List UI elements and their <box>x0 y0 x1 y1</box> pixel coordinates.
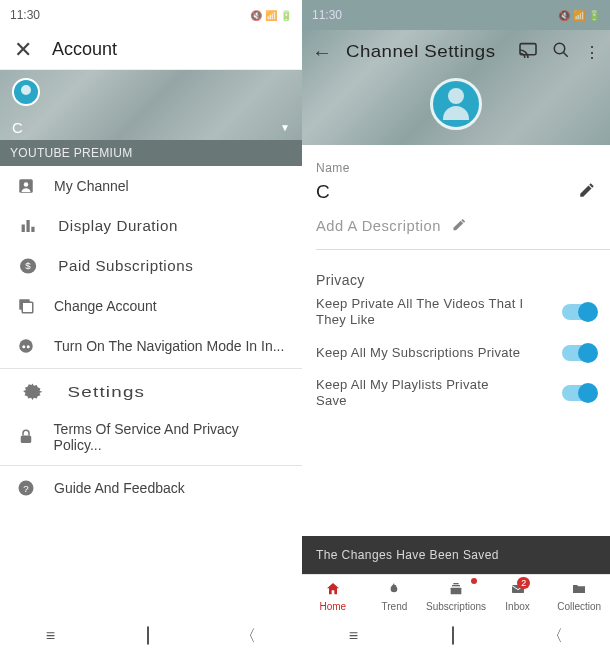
nav-label: Home <box>319 601 346 612</box>
chevron-down-icon: ▼ <box>280 122 290 133</box>
menu-incognito[interactable]: Turn On The Navigation Mode In In... <box>0 326 302 366</box>
nav-collection[interactable]: Collection <box>548 575 610 618</box>
switch-on-icon[interactable] <box>562 304 596 320</box>
avatar[interactable] <box>12 78 40 106</box>
account-header: ✕ Account <box>0 30 302 70</box>
menu-label: Terms Of Service And Privacy Policy... <box>54 421 286 453</box>
lock-icon <box>16 427 36 447</box>
topbar-actions: ⋮ <box>518 41 600 63</box>
status-bar: 11:30 🔇 📶 🔋 <box>0 0 302 30</box>
pencil-icon[interactable] <box>578 181 596 203</box>
menu-change-account[interactable]: Change Account <box>0 286 302 326</box>
switch-on-icon[interactable] <box>562 345 596 361</box>
page-title: Account <box>52 39 117 60</box>
menu-terms[interactable]: Terms Of Service And Privacy Policy... <box>0 411 302 463</box>
menu-label: Change Account <box>54 298 157 314</box>
person-box-icon <box>16 176 36 196</box>
divider <box>0 368 302 369</box>
nav-label: Trend <box>382 601 408 612</box>
menu-label: Guide And Feedback <box>54 480 185 496</box>
count-badge: 2 <box>517 577 530 589</box>
dollar-circle-icon: $ <box>17 256 39 276</box>
name-value: C <box>316 181 330 203</box>
svg-point-9 <box>19 339 33 353</box>
nav-label: Inbox <box>505 601 529 612</box>
recents-button[interactable]: ≡ <box>36 623 65 649</box>
menu-label: My Channel <box>54 178 129 194</box>
android-nav-bar: ≡ 〈 <box>0 618 302 654</box>
switch-on-icon[interactable] <box>562 385 596 401</box>
nav-label: Collection <box>557 601 601 612</box>
status-bar: 11:30 🔇 📶 🔋 <box>302 0 610 30</box>
toggle-playlists-private[interactable]: Keep All My Playlists Private Save <box>316 369 596 418</box>
svg-point-1 <box>24 182 29 187</box>
nav-subscriptions[interactable]: Subscriptions <box>425 575 487 618</box>
status-time: 11:30 <box>312 8 342 22</box>
description-field[interactable]: Add A Description <box>316 209 610 250</box>
back-arrow-icon[interactable]: ← <box>312 41 332 64</box>
pencil-icon[interactable] <box>451 217 467 235</box>
account-menu: My Channel Display Duration $ Paid Subsc… <box>0 166 302 618</box>
menu-paid-subscriptions[interactable]: $ Paid Subscriptions <box>0 246 326 286</box>
menu-label: Paid Subscriptions <box>58 258 193 274</box>
more-icon[interactable]: ⋮ <box>584 43 600 62</box>
channel-settings-screen: 11:30 🔇 📶 🔋 ← Channel Settings ⋮ Name C <box>302 0 610 654</box>
home-button[interactable] <box>442 623 464 649</box>
privacy-section-title: Privacy <box>316 272 596 288</box>
status-time: 11:30 <box>10 8 40 22</box>
subscriptions-icon <box>448 581 464 600</box>
channel-banner: ← Channel Settings ⋮ <box>302 30 610 145</box>
channel-banner: C ▼ <box>0 70 302 140</box>
svg-rect-3 <box>26 220 29 232</box>
search-icon[interactable] <box>552 41 570 63</box>
dot-badge <box>471 578 477 584</box>
avatar[interactable] <box>430 78 482 130</box>
toggle-label: Keep All My Playlists Private Save <box>316 377 554 410</box>
status-icons: 🔇 📶 🔋 <box>558 10 600 21</box>
menu-my-channel[interactable]: My Channel <box>0 166 302 206</box>
toggle-label: Keep Private All The Videos That I They … <box>316 296 554 329</box>
user-dropdown[interactable]: C ▼ <box>12 119 290 136</box>
back-button[interactable]: 〈 <box>230 622 266 651</box>
description-placeholder: Add A Description <box>316 218 441 234</box>
cast-icon[interactable] <box>518 42 538 62</box>
svg-point-10 <box>22 345 25 348</box>
toggle-subscriptions-private[interactable]: Keep All My Subscriptions Private <box>316 337 596 369</box>
toggle-label: Keep All My Subscriptions Private <box>316 345 554 361</box>
nav-trend[interactable]: Trend <box>364 575 426 618</box>
svg-point-17 <box>554 43 565 54</box>
gear-icon <box>20 381 45 401</box>
section-label: YOUTUBE PREMIUM <box>0 140 302 166</box>
svg-rect-13 <box>21 436 32 444</box>
help-icon: ? <box>16 478 36 498</box>
name-field[interactable]: C <box>316 175 596 209</box>
account-screen: 11:30 🔇 📶 🔋 ✕ Account C ▼ YOUTUBE PREMIU… <box>0 0 302 654</box>
snackbar: The Changes Have Been Saved <box>302 536 610 574</box>
nav-home[interactable]: Home <box>302 575 364 618</box>
svg-rect-2 <box>22 225 25 233</box>
back-button[interactable]: 〈 <box>537 622 573 651</box>
svg-rect-19 <box>451 588 462 595</box>
menu-display-duration[interactable]: Display Duration <box>0 206 326 246</box>
incognito-icon <box>16 336 36 356</box>
android-nav-bar: ≡ 〈 <box>302 618 610 654</box>
svg-rect-8 <box>22 302 33 313</box>
home-button[interactable] <box>137 623 159 649</box>
menu-guide[interactable]: ? Guide And Feedback <box>0 468 302 508</box>
svg-rect-4 <box>31 227 34 232</box>
svg-point-11 <box>27 345 30 348</box>
save-label: Save <box>316 393 347 408</box>
fire-icon <box>386 581 402 600</box>
recents-button[interactable]: ≡ <box>339 623 368 649</box>
page-title: Channel Settings <box>346 42 520 62</box>
menu-label: Display Duration <box>58 218 178 234</box>
close-icon[interactable]: ✕ <box>14 37 32 63</box>
name-label: Name <box>316 161 596 175</box>
nav-inbox[interactable]: 2 Inbox <box>487 575 549 618</box>
bar-chart-icon <box>17 216 39 236</box>
folder-icon <box>571 581 587 600</box>
svg-text:$: $ <box>25 261 31 271</box>
svg-text:?: ? <box>23 483 29 494</box>
topbar: ← Channel Settings ⋮ <box>302 30 610 74</box>
toggle-liked-videos-private[interactable]: Keep Private All The Videos That I They … <box>316 288 596 337</box>
